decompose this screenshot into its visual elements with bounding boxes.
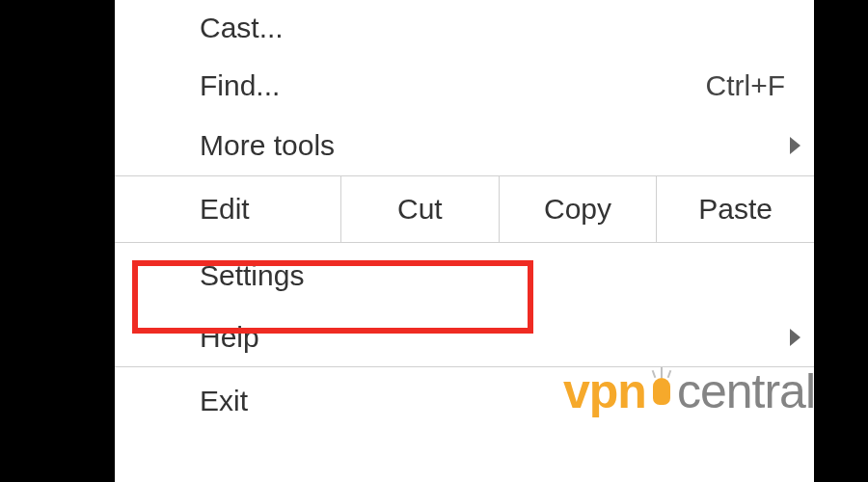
menu-item-label: Settings: [200, 259, 785, 292]
menu-item-label: Cast...: [200, 12, 785, 44]
menu-item-settings[interactable]: Settings: [115, 243, 814, 308]
chevron-right-icon: [790, 329, 800, 346]
button-label: Paste: [698, 193, 773, 226]
browser-overflow-menu: Cast... Find... Ctrl+F More tools Edit C…: [115, 0, 814, 482]
shortcut-label: Ctrl+F: [706, 69, 786, 102]
menu-item-more-tools[interactable]: More tools: [115, 116, 814, 175]
menu-item-label: More tools: [200, 129, 785, 162]
copy-button[interactable]: Copy: [500, 176, 658, 242]
menu-item-label: Find...: [200, 69, 706, 102]
menu-item-label: Help: [200, 321, 785, 354]
paste-button[interactable]: Paste: [657, 176, 814, 242]
chevron-right-icon: [790, 137, 800, 154]
edit-row: Edit Cut Copy Paste: [115, 175, 814, 243]
menu-item-exit[interactable]: Exit: [115, 367, 814, 435]
edit-label: Edit: [200, 193, 250, 226]
menu-item-label: Exit: [200, 385, 785, 417]
button-label: Copy: [544, 193, 611, 226]
button-label: Cut: [397, 193, 443, 226]
menu-item-find[interactable]: Find... Ctrl+F: [115, 56, 814, 116]
menu-item-help[interactable]: Help: [115, 308, 814, 366]
edit-label-cell: Edit: [115, 176, 341, 242]
menu-item-cast[interactable]: Cast...: [115, 0, 814, 56]
cut-button[interactable]: Cut: [341, 176, 500, 242]
